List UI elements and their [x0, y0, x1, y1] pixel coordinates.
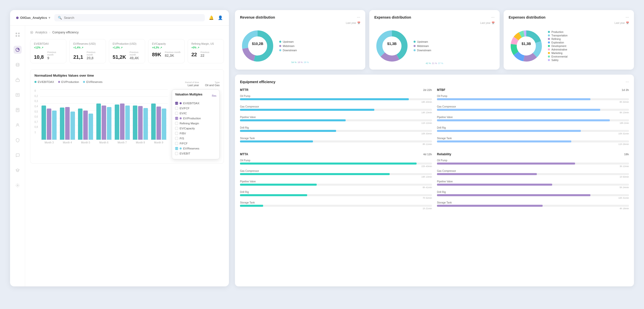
sidebar-icon-chart[interactable] [14, 46, 22, 54]
bar-production-0 [47, 109, 51, 140]
legend-item-1: EV/Production [58, 80, 79, 83]
kpi-title-1: EV/Reserves (USD) [73, 42, 102, 45]
equip-bar-track [437, 163, 629, 165]
dropdown-item-3[interactable]: ✓EV/Production [175, 116, 216, 121]
bar-group-5 [133, 106, 148, 140]
equip-bar-track [437, 140, 629, 142]
bar-production-5 [138, 106, 143, 140]
checkbox[interactable]: ✓ [175, 117, 178, 120]
equip-bar-label: Storage Tank [240, 137, 432, 140]
app-logo[interactable]: OilGas_Analytics ▾ [16, 16, 50, 20]
sidebar-icon-graduation[interactable] [14, 166, 22, 174]
revenue-dist-date: Last year [346, 22, 356, 24]
equip-bar-label: Oil Pump [240, 159, 432, 162]
dropdown-item-5[interactable]: EV/Capacity [175, 126, 216, 131]
search-input[interactable] [64, 16, 201, 20]
kpi-prev-label-3: Previous month [165, 51, 181, 54]
checkbox[interactable] [175, 122, 178, 125]
equip-section-mtta: MTTA 4d 12h Oil Pump 22h 43min Gas Compr… [240, 152, 432, 212]
equip-bar-label: Storage Tank [437, 137, 629, 140]
equip-bar-row-mbf-2: Pipeline Valve 18h 2min [437, 116, 629, 124]
bar-reserves-1 [70, 112, 75, 140]
sidebar-icon-person[interactable] [14, 121, 22, 129]
kpi-prev-val-1: 20,8 [87, 56, 102, 60]
equip-section-value-reliability: 18h [624, 153, 629, 156]
revenue-dist-title: Revenue distribution [240, 15, 275, 19]
equip-bar-label: Pipeline Valve [437, 116, 629, 119]
sidebar [10, 26, 25, 286]
sidebar-icon-database[interactable] [14, 61, 22, 69]
equip-bar-track [437, 119, 629, 121]
checkbox[interactable] [175, 127, 178, 130]
sidebar-icon-list[interactable] [14, 91, 22, 99]
search-bar[interactable]: 🔍 [54, 14, 205, 21]
checkbox[interactable]: ✓ [175, 147, 178, 150]
checkbox[interactable] [175, 152, 178, 155]
expenses-donut-wrapper-1: $1,3B Upstream Midstream Downstream [374, 28, 495, 64]
user-icon[interactable]: 👤 [218, 15, 223, 20]
equip-bar-row-mtta-3: Drill Rig 7h 52min [240, 191, 432, 199]
svg-marker-16 [16, 169, 19, 171]
y-label: 0,7 [34, 121, 38, 123]
equip-bar-track [240, 163, 432, 165]
bar-group-6 [151, 104, 166, 140]
kpi-row: EV/EBITDAX +12% ↗ 10,8 Previous month 9 … [30, 39, 224, 63]
revenue-dist-menu[interactable]: ··· [357, 15, 360, 20]
bar-production-2 [83, 111, 88, 140]
equip-bar-label: Pipeline Valve [240, 180, 432, 183]
equip-section-mbf: MTBF 1d 2h Oil Pump 8h 32min Gas Compres… [437, 88, 629, 147]
y-label: 0,4 [34, 105, 38, 108]
breadcrumb-parent[interactable]: Analytics [35, 31, 47, 34]
kpi-prev-label-2: Previous month [130, 51, 141, 56]
dropdown-item-2[interactable]: EV/IC [175, 111, 216, 116]
dropdown-item-10[interactable]: EV/EBIT [175, 151, 216, 156]
month-labels: Month 3Month 4Month 5Month 6Month 7Month… [40, 141, 168, 144]
expenses-dist2-menu[interactable]: ··· [626, 15, 629, 20]
dropdown-item-6[interactable]: P/BV [175, 131, 216, 136]
checkbox[interactable] [175, 112, 178, 115]
notification-icon[interactable]: 🔔 [209, 15, 214, 20]
checkbox[interactable] [175, 132, 178, 135]
sidebar-icon-shield[interactable] [14, 136, 22, 144]
checkbox[interactable] [175, 137, 178, 140]
dropdown-item-7[interactable]: P/S [175, 136, 216, 141]
sidebar-icon-grid[interactable] [14, 31, 22, 39]
equip-menu[interactable]: ··· [626, 80, 629, 84]
expenses-donut-legend-2: Production Transportation Refining Explo… [548, 31, 568, 62]
equip-bar-row-mttr-1: Gas Compressor 14h 13min [240, 105, 432, 114]
dropdown-item-9[interactable]: ✓EV/Reserves [175, 146, 216, 151]
type-value: Oil and Gas [205, 84, 220, 87]
sidebar-icon-calculator[interactable] [14, 106, 22, 114]
checkbox[interactable]: ✓ [175, 102, 178, 105]
chart-legend: EV/EBITDAXEV/ProductionEV/Reserves [34, 80, 102, 83]
sidebar-icon-settings[interactable] [14, 181, 22, 189]
bar-reserves-4 [125, 106, 130, 140]
dropdown-item-label: P/BV [180, 132, 186, 135]
svg-rect-1 [18, 33, 20, 34]
svg-point-13 [17, 110, 18, 111]
sidebar-icon-chat[interactable] [14, 151, 22, 159]
svg-rect-2 [16, 35, 17, 37]
bar-ebitdax-6 [151, 104, 156, 140]
type-control[interactable]: Type Oil and Gas [205, 81, 220, 87]
svg-point-14 [18, 110, 19, 111]
valuation-dropdown: Valuation Multiples Res ✓EV/EBITDAXEV/FC… [172, 89, 220, 159]
equip-section-title-mtta: MTTA [240, 152, 248, 156]
kpi-prev-val-2: 49,4K [130, 56, 141, 60]
svg-rect-10 [16, 108, 19, 112]
equip-bar-row-mtta-4: Storage Tank 1h 21min [240, 201, 432, 210]
dropdown-item-1[interactable]: EV/FCF [175, 106, 216, 111]
dropdown-item-0[interactable]: ✓EV/EBITDAX [175, 101, 216, 106]
equip-bar-value: 9h 13min [437, 111, 629, 114]
equip-bar-label: Drill Rig [240, 126, 432, 129]
checkbox[interactable] [175, 107, 178, 110]
dropdown-item-8[interactable]: P/FCF [175, 141, 216, 146]
topbar: OilGas_Analytics ▾ 🔍 🔔 👤 [10, 10, 229, 26]
bar-group-4 [115, 104, 130, 140]
reset-button[interactable]: Res [212, 94, 216, 97]
expenses-dist1-menu[interactable]: ··· [491, 15, 495, 20]
period-control[interactable]: Period of time Last year [185, 81, 199, 87]
dropdown-item-4[interactable]: Refining Margin [175, 121, 216, 126]
checkbox[interactable] [175, 142, 178, 145]
sidebar-icon-briefcase[interactable] [14, 76, 22, 84]
